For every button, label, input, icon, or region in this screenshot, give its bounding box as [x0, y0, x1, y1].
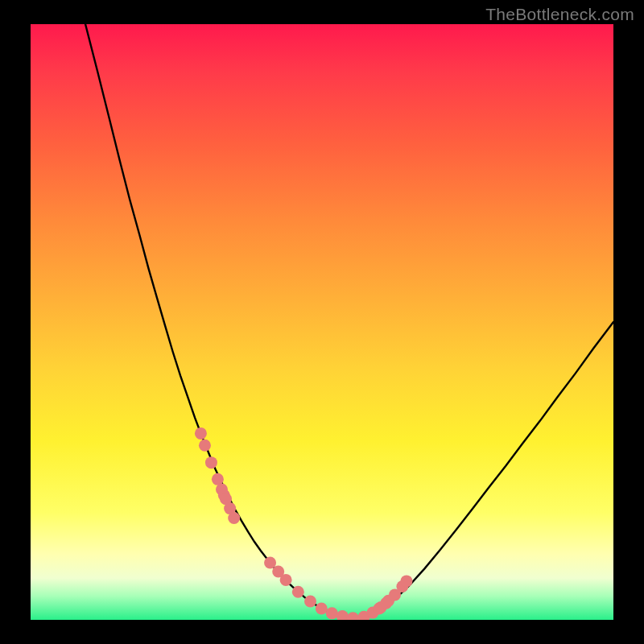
- data-marker: [316, 602, 328, 614]
- data-marker: [292, 586, 304, 598]
- data-marker: [336, 610, 349, 620]
- watermark-text: TheBottleneck.com: [485, 5, 634, 24]
- data-marker: [199, 440, 211, 452]
- data-marker: [205, 456, 217, 469]
- data-marker: [400, 575, 412, 587]
- chart-frame: TheBottleneck.com: [0, 0, 644, 644]
- chart-svg: [31, 24, 613, 620]
- gradient-plot-area: [31, 24, 613, 620]
- data-marker: [304, 596, 316, 608]
- data-marker: [264, 556, 276, 568]
- data-markers: [195, 427, 413, 620]
- data-marker: [228, 512, 240, 524]
- data-marker: [280, 574, 292, 586]
- data-marker: [326, 607, 338, 619]
- bottleneck-curve: [85, 24, 613, 618]
- data-marker: [195, 427, 207, 440]
- data-marker: [347, 612, 359, 620]
